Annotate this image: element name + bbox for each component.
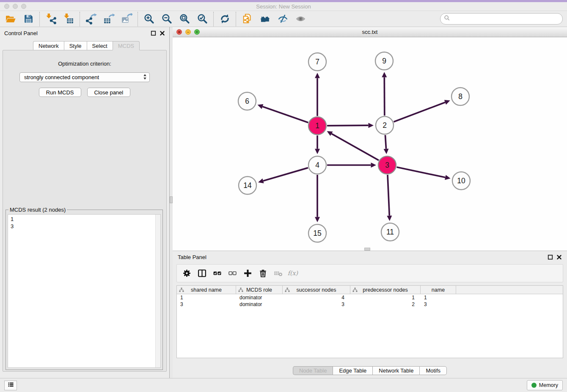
- import-network-icon[interactable]: [44, 12, 58, 26]
- zoom-fit-icon[interactable]: [177, 12, 192, 26]
- graph-node-2[interactable]: 2: [376, 116, 394, 134]
- search-input[interactable]: [452, 16, 559, 22]
- tab-mcds[interactable]: MCDS: [113, 41, 140, 50]
- graph-node-10[interactable]: 10: [452, 172, 470, 190]
- show-hide-graphics-icon[interactable]: [275, 12, 290, 26]
- svg-text:2: 2: [383, 121, 387, 130]
- duplicate-network-icon[interactable]: [240, 12, 254, 26]
- column-header-name[interactable]: name: [421, 286, 456, 294]
- table-cell[interactable]: 1: [350, 295, 421, 301]
- float-panel-icon[interactable]: [151, 30, 156, 36]
- memory-button[interactable]: Memory: [527, 380, 563, 390]
- table-cell[interactable]: 4: [283, 295, 350, 301]
- table-cell[interactable]: 1: [177, 295, 236, 301]
- graph-edge-2-3[interactable]: [385, 135, 386, 149]
- tab-edge-table[interactable]: Edge Table: [333, 366, 372, 375]
- graph-node-1[interactable]: 1: [308, 117, 326, 135]
- delete-rows-icon[interactable]: [256, 267, 269, 280]
- table-row[interactable]: 1dominator411: [177, 294, 563, 301]
- graph-node-15[interactable]: 15: [308, 224, 326, 242]
- tab-select[interactable]: Select: [87, 41, 113, 50]
- vertical-splitter[interactable]: [169, 27, 173, 378]
- table-cell[interactable]: 2: [350, 301, 421, 307]
- select-all-columns-icon[interactable]: [211, 267, 223, 280]
- tab-style[interactable]: Style: [64, 41, 87, 50]
- table-cell[interactable]: dominator: [236, 295, 283, 301]
- column-header-shared-name[interactable]: shared name: [177, 286, 236, 294]
- zoom-out-icon[interactable]: [160, 12, 174, 26]
- refresh-layout-icon[interactable]: [217, 12, 232, 26]
- save-session-icon[interactable]: [21, 12, 36, 26]
- table-cell[interactable]: 3: [283, 301, 350, 307]
- svg-text:7: 7: [315, 58, 319, 66]
- home-icon[interactable]: [258, 12, 272, 26]
- graph-edge-1-6[interactable]: [262, 107, 308, 123]
- optimization-criterion-dropdown[interactable]: strongly connected component: [19, 72, 150, 82]
- export-image-icon[interactable]: [119, 12, 134, 26]
- svg-text:10: 10: [457, 177, 465, 185]
- graph-edge-3-11[interactable]: [388, 175, 389, 216]
- svg-text:14: 14: [243, 181, 252, 190]
- control-panel-tabs: NetworkStyleSelectMCDS: [33, 41, 140, 50]
- table-cell[interactable]: dominator: [236, 301, 283, 307]
- graph-node-8[interactable]: 8: [451, 88, 469, 105]
- graph-edge-2-9[interactable]: [384, 77, 385, 116]
- graph-edge-1-2[interactable]: [327, 125, 369, 126]
- task-history-button[interactable]: [4, 381, 17, 390]
- add-column-icon[interactable]: [241, 267, 254, 280]
- table-cell[interactable]: 3: [421, 301, 456, 307]
- toolbar-separator: [213, 12, 214, 26]
- mcds-result-box: MCDS result (2 nodes) 13: [6, 210, 163, 370]
- graph-edge-2-8[interactable]: [394, 102, 446, 122]
- graph-edge-3-1[interactable]: [332, 134, 379, 160]
- search-box[interactable]: [440, 13, 563, 25]
- deselect-all-columns-icon[interactable]: [226, 267, 239, 280]
- graph-edge-4-14[interactable]: [263, 168, 308, 181]
- graph-edge-arrowhead: [315, 217, 320, 223]
- graph-edge-3-10[interactable]: [397, 167, 446, 177]
- column-header-predecessor-nodes[interactable]: predecessor nodes: [350, 286, 421, 294]
- graph-node-14[interactable]: 14: [239, 177, 256, 194]
- table-row[interactable]: 3dominator323: [177, 301, 563, 308]
- graph-node-9[interactable]: 9: [375, 52, 393, 70]
- svg-text:8: 8: [458, 92, 462, 101]
- table-settings-icon[interactable]: [180, 267, 193, 280]
- graph-node-3[interactable]: 3: [378, 156, 396, 174]
- column-header-successor-nodes[interactable]: successor nodes: [283, 286, 350, 294]
- node-table: shared nameMCDS rolesuccessor nodesprede…: [176, 285, 563, 358]
- memory-status-icon: [531, 383, 537, 388]
- close-panel-icon[interactable]: [160, 30, 165, 36]
- eye-icon: [293, 12, 308, 26]
- graph-node-4[interactable]: 4: [308, 156, 326, 174]
- tab-node-table[interactable]: Node Table: [293, 366, 333, 375]
- window-title: Session: New Session: [0, 3, 567, 10]
- run-mcds-button[interactable]: Run MCDS: [39, 88, 81, 97]
- float-panel-icon[interactable]: [548, 254, 553, 260]
- tab-motifs[interactable]: Motifs: [419, 366, 447, 375]
- zoom-selected-icon[interactable]: [195, 12, 209, 26]
- export-table-icon[interactable]: [102, 12, 116, 26]
- graph-node-7[interactable]: 7: [308, 53, 326, 71]
- import-table-icon[interactable]: [61, 12, 76, 26]
- column-header-MCDS-role[interactable]: MCDS role: [236, 286, 283, 294]
- tab-network-table[interactable]: Network Table: [372, 366, 419, 375]
- table-cell[interactable]: 1: [421, 295, 456, 301]
- close-panel-icon[interactable]: [556, 254, 562, 260]
- svg-text:1: 1: [315, 121, 319, 130]
- splitter-grip[interactable]: [170, 196, 173, 203]
- network-canvas[interactable]: 1234678910111415: [173, 37, 567, 251]
- graph-edge-arrowhead: [387, 215, 392, 221]
- tab-network[interactable]: Network: [33, 41, 64, 50]
- zoom-in-icon[interactable]: [142, 12, 156, 26]
- horizontal-splitter-grip[interactable]: [364, 248, 370, 251]
- export-network-icon[interactable]: [84, 12, 98, 26]
- graph-node-11[interactable]: 11: [381, 223, 399, 241]
- graph-node-6[interactable]: 6: [238, 92, 256, 110]
- open-session-icon[interactable]: [3, 12, 18, 26]
- close-panel-button[interactable]: Close panel: [87, 88, 131, 97]
- mcds-result-text[interactable]: 13: [8, 214, 161, 368]
- result-scrollbar[interactable]: [155, 215, 160, 367]
- svg-text:9: 9: [382, 57, 386, 65]
- table-cell[interactable]: 3: [177, 301, 236, 307]
- column-layout-icon[interactable]: [195, 267, 208, 280]
